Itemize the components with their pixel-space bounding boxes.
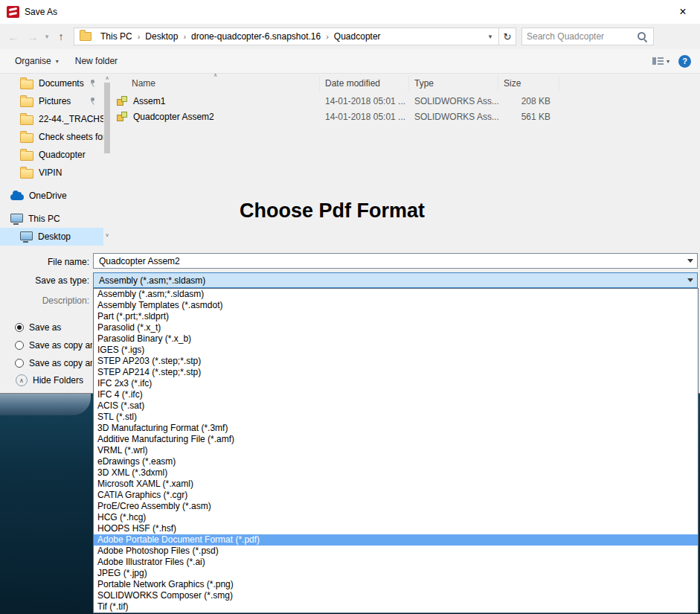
sidebar-item-22-44-trachst[interactable]: 22-44._TRACHST <box>0 110 103 128</box>
dropdown-item-step-ap214-step-stp[interactable]: STEP AP214 (*.step;*.stp) <box>94 367 698 378</box>
dropdown-item-acis-sat[interactable]: ACIS (*.sat) <box>94 400 698 412</box>
sidebar-item-pictures[interactable]: Pictures <box>0 92 103 110</box>
navigation-bar: ← → ▾ ↑ This PC›Desktop›drone-quadcopter… <box>0 24 700 49</box>
forward-button[interactable]: → <box>23 31 42 43</box>
pc-icon <box>20 231 33 240</box>
radio-icon[interactable] <box>15 341 24 350</box>
dropdown-item-3d-xml-3dxml[interactable]: 3D XML (*.3dxml) <box>94 467 698 479</box>
refresh-button[interactable]: ↻ <box>499 28 516 45</box>
dropdown-item-tif-tif[interactable]: Tif (*.tif) <box>94 601 698 613</box>
command-toolbar: Organise ▾ New folder ▾ ? <box>0 49 700 74</box>
column-header-size[interactable]: Size <box>498 76 559 91</box>
search-box[interactable] <box>521 28 654 45</box>
breadcrumb: This PC›Desktop›drone-quadcopter-6.snaps… <box>95 28 484 45</box>
column-header-date-modified[interactable]: Date modified <box>320 76 409 91</box>
dropdown-item-edrawings-easm[interactable]: eDrawings (*.easm) <box>94 456 698 467</box>
column-header-label: Size <box>504 78 521 89</box>
file-row-quadcopter-assem2[interactable]: Quadcopter Assem214-01-2018 05:01 ...SOL… <box>112 109 699 124</box>
dropdown-item-catia-graphics-cgr[interactable]: CATIA Graphics (*.cgr) <box>94 490 698 501</box>
sidebar-item-this-pc[interactable]: This PC <box>0 210 103 228</box>
chevron-down-icon[interactable] <box>683 254 697 268</box>
dropdown-item-assembly-asm-sldasm[interactable]: Assembly (*.asm;*.sldasm) <box>94 289 698 300</box>
dropdown-item-part-prt-sldprt[interactable]: Part (*.prt;*.sldprt) <box>94 311 698 322</box>
close-button[interactable]: × <box>666 0 700 23</box>
file-name-cell: Assem1 <box>112 96 320 106</box>
new-folder-label: New folder <box>75 56 118 66</box>
dropdown-item-microsoft-xaml-xaml[interactable]: Microsoft XAML (*.xaml) <box>94 479 698 490</box>
breadcrumb-item-drone-quadcopter-6-snapshot-16[interactable]: drone-quadcopter-6.snapshot.16 <box>186 28 326 45</box>
radio-icon[interactable] <box>15 359 24 368</box>
sidebar-item-desktop[interactable]: Desktop <box>0 228 103 246</box>
assembly-file-icon <box>117 112 128 122</box>
view-options-button[interactable]: ▾ <box>652 57 670 65</box>
sidebar-item-documents[interactable]: Documents <box>0 74 103 92</box>
dropdown-item-proe-creo-assembly-asm[interactable]: ProE/Creo Assembly (*.asm) <box>94 501 698 512</box>
sidebar-item-quadcopter[interactable]: Quadcopter <box>0 146 103 164</box>
dropdown-item-adobe-illustrator-files-ai[interactable]: Adobe Illustrator Files (*.ai) <box>94 557 698 568</box>
dropdown-item-portable-network-graphics-png[interactable]: Portable Network Graphics (*.png) <box>94 579 698 590</box>
dropdown-item-step-ap203-step-stp[interactable]: STEP AP203 (*.step;*.stp) <box>94 356 698 367</box>
file-date: 14-01-2018 05:01 ... <box>320 96 409 106</box>
scroll-up-icon[interactable]: ∧ <box>103 74 111 81</box>
breadcrumb-item-quadcopter[interactable]: Quadcopter <box>329 28 386 45</box>
file-size: 208 KB <box>498 96 559 106</box>
dropdown-item-ifc-4-ifc[interactable]: IFC 4 (*.ifc) <box>94 389 698 400</box>
new-folder-button[interactable]: New folder <box>67 49 126 73</box>
pc-icon <box>10 214 23 223</box>
scrollbar-thumb[interactable] <box>104 83 110 153</box>
radio-save-as-copy-open[interactable]: Save as copy and o <box>15 357 92 368</box>
file-name: Assem1 <box>133 96 165 106</box>
file-size: 561 KB <box>498 112 559 122</box>
dropdown-item-adobe-portable-document-format-pdf[interactable]: Adobe Portable Document Format (*.pdf) <box>94 534 698 546</box>
sidebar-item-vipin[interactable]: VIPIN <box>0 164 103 182</box>
dropdown-item-adobe-photoshop-files-psd[interactable]: Adobe Photoshop Files (*.psd) <box>94 546 698 557</box>
chevron-up-icon: ∧ <box>16 374 28 386</box>
help-button[interactable]: ? <box>678 55 691 68</box>
address-bar[interactable]: This PC›Desktop›drone-quadcopter-6.snaps… <box>74 28 499 45</box>
dropdown-item-vrml-wrl[interactable]: VRML (*.wrl) <box>94 445 698 456</box>
dropdown-item-hcg-hcg[interactable]: HCG (*.hcg) <box>94 512 698 523</box>
sidebar-item-label: Check sheets for <box>39 132 103 142</box>
breadcrumb-item-desktop[interactable]: Desktop <box>140 28 183 45</box>
sidebar-scrollbar[interactable]: ∧ ∨ <box>103 73 111 246</box>
column-header-name[interactable]: ∧Name <box>112 76 320 91</box>
column-header-label: Date modified <box>325 78 380 89</box>
save-type-dropdown: Assembly (*.asm;*.sldasm)Assembly Templa… <box>93 288 699 613</box>
search-input[interactable] <box>522 31 638 42</box>
radio-selected-icon[interactable] <box>15 323 24 332</box>
file-row-assem1[interactable]: Assem114-01-2018 05:01 ...SOLIDWORKS Ass… <box>112 93 699 109</box>
radio-label: Save as copy and o <box>29 358 92 368</box>
radio-save-as-copy-continue[interactable]: Save as copy and c <box>15 339 92 351</box>
dropdown-item-parasolid-binary-x-b[interactable]: Parasolid Binary (*.x_b) <box>94 333 698 345</box>
sidebar-list: DocumentsPictures22-44._TRACHSTCheck she… <box>0 74 103 246</box>
column-header-type[interactable]: Type <box>409 76 498 91</box>
organise-menu[interactable]: Organise ▾ <box>7 49 67 73</box>
sidebar-item-onedrive[interactable]: OneDrive <box>0 187 103 205</box>
sidebar: DocumentsPictures22-44._TRACHSTCheck she… <box>0 73 111 246</box>
file-name-combobox[interactable]: Quadcopter Assem2 <box>93 253 698 269</box>
search-icon[interactable] <box>638 32 647 42</box>
dropdown-item-parasolid-x-t[interactable]: Parasolid (*.x_t) <box>94 322 698 333</box>
dropdown-item-additive-manufacturing-file-amf[interactable]: Additive Manufacturing File (*.amf) <box>94 434 698 445</box>
radio-save-as[interactable]: Save as <box>15 322 92 333</box>
dropdown-item-assembly-templates-asmdot[interactable]: Assembly Templates (*.asmdot) <box>94 300 698 311</box>
scroll-down-icon[interactable]: ∨ <box>103 231 111 238</box>
up-button[interactable]: ↑ <box>51 31 71 42</box>
chevron-down-icon[interactable] <box>683 273 697 287</box>
sidebar-item-label: Documents <box>39 78 84 89</box>
dropdown-item-jpeg-jpg[interactable]: JPEG (*.jpg) <box>94 568 698 579</box>
sidebar-item-check-sheets-for[interactable]: Check sheets for <box>0 128 103 146</box>
dropdown-item-hoops-hsf-hsf[interactable]: HOOPS HSF (*.hsf) <box>94 523 698 534</box>
hide-folders-button[interactable]: ∧ Hide Folders <box>10 371 89 389</box>
dropdown-item-iges-igs[interactable]: IGES (*.igs) <box>94 345 698 356</box>
save-as-type-combobox[interactable]: Assembly (*.asm;*.sldasm) <box>93 272 698 288</box>
address-dropdown-icon[interactable]: ▾ <box>484 33 497 40</box>
history-dropdown-icon[interactable]: ▾ <box>42 33 51 40</box>
breadcrumb-item-this-pc[interactable]: This PC <box>95 28 138 45</box>
dropdown-item-3d-manufacturing-format-3mf[interactable]: 3D Manufacturing Format (*.3mf) <box>94 423 698 434</box>
dropdown-item-stl-stl[interactable]: STL (*.stl) <box>94 412 698 423</box>
dropdown-item-ifc-2x3-ifc[interactable]: IFC 2x3 (*.ifc) <box>94 378 698 389</box>
save-as-type-value: Assembly (*.asm;*.sldasm) <box>94 275 683 286</box>
back-button[interactable]: ← <box>4 31 23 43</box>
dropdown-item-solidworks-composer-smg[interactable]: SOLIDWORKS Composer (*.smg) <box>94 590 698 601</box>
